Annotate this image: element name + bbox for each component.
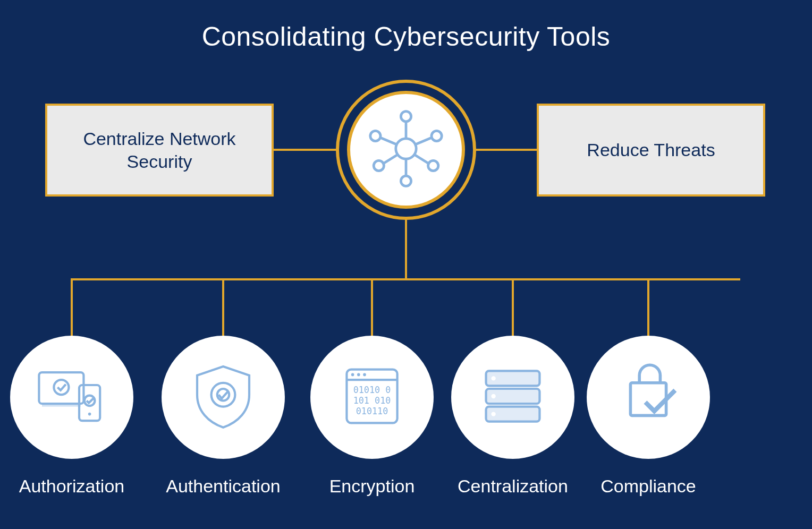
node-encryption: Encryption <box>310 336 434 497</box>
svg-point-0 <box>396 139 416 159</box>
hub-outer-ring <box>336 80 476 220</box>
node-label: Centralization <box>451 476 574 497</box>
svg-line-12 <box>415 155 428 163</box>
svg-point-1 <box>401 112 411 122</box>
node-authentication: Authentication <box>162 336 285 497</box>
svg-line-9 <box>380 138 396 144</box>
node-label: Compliance <box>587 476 710 497</box>
node-centralization: Centralization <box>451 336 574 497</box>
node-circle <box>451 336 574 459</box>
node-authorization: Authorization <box>10 336 133 497</box>
connector-left <box>274 149 337 151</box>
svg-point-5 <box>374 160 384 170</box>
diagram-title: Consolidating Cybersecurity Tools <box>0 21 812 52</box>
box-right-label: Reduce Threats <box>587 139 715 161</box>
node-circle <box>10 336 133 459</box>
compliance-icon <box>611 359 686 436</box>
connector-right <box>476 149 537 151</box>
node-circle <box>587 336 710 459</box>
box-left-label: Centralize Network Security <box>58 127 261 173</box>
svg-line-11 <box>384 155 397 163</box>
encryption-icon <box>335 359 409 436</box>
svg-point-2 <box>401 176 411 186</box>
hub-inner-circle <box>347 91 465 209</box>
node-label: Authorization <box>10 476 133 497</box>
svg-point-3 <box>370 131 380 141</box>
node-circle <box>310 336 434 459</box>
connector-drop <box>647 278 649 336</box>
node-label: Authentication <box>162 476 285 497</box>
authentication-icon <box>186 359 260 436</box>
box-centralize-network-security: Centralize Network Security <box>45 104 274 197</box>
svg-point-6 <box>428 160 438 170</box>
svg-point-4 <box>432 131 442 141</box>
network-hub-icon <box>363 106 449 193</box>
connector-drop <box>371 278 373 336</box>
node-label: Encryption <box>310 476 434 497</box>
connector-drop <box>71 278 73 336</box>
connector-drop <box>222 278 224 336</box>
svg-line-10 <box>416 138 432 144</box>
connector-stem <box>405 220 407 278</box>
node-circle <box>162 336 285 459</box>
box-reduce-threats: Reduce Threats <box>537 104 765 197</box>
connector-bus <box>72 278 740 280</box>
authorization-icon <box>35 359 109 436</box>
node-compliance: Compliance <box>587 336 710 497</box>
connector-drop <box>512 278 514 336</box>
centralization-icon <box>476 359 550 436</box>
